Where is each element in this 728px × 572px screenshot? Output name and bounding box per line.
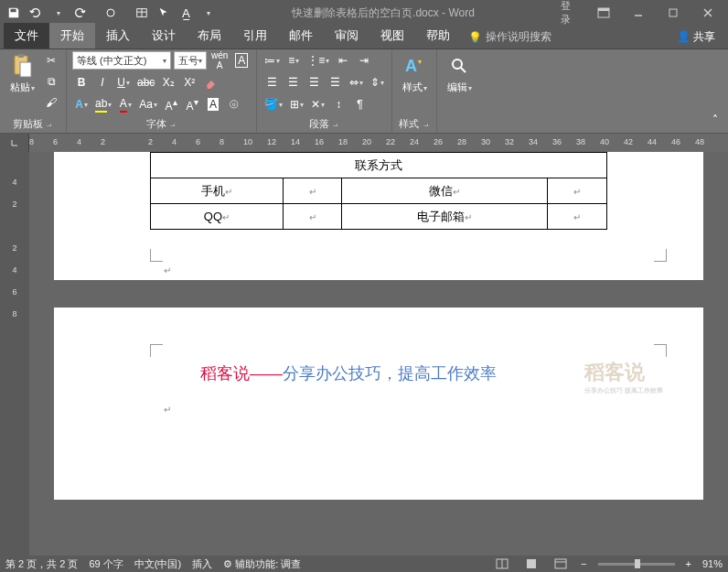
qat-circle-icon[interactable] xyxy=(101,3,121,23)
redo-button[interactable] xyxy=(70,3,90,23)
tab-help[interactable]: 帮助 xyxy=(415,23,461,49)
change-case-button[interactable]: Aa xyxy=(137,95,159,113)
table-cell[interactable] xyxy=(548,204,607,230)
zoom-out-button[interactable]: − xyxy=(581,558,586,569)
format-painter-button[interactable]: 🖌 xyxy=(42,93,60,112)
ruler-scale[interactable]: 8642246810121416182022242628303234363840… xyxy=(29,134,728,152)
tab-view[interactable]: 视图 xyxy=(369,23,415,49)
tab-home[interactable]: 开始 xyxy=(49,23,95,49)
decrease-indent-button[interactable]: ⇤ xyxy=(334,51,352,70)
enclosed-char-button[interactable]: A xyxy=(204,95,222,113)
login-button[interactable]: 登录 xyxy=(549,2,582,24)
tab-layout[interactable]: 布局 xyxy=(187,23,232,49)
table-cell[interactable]: 手机 xyxy=(151,178,284,204)
styles-launcher[interactable] xyxy=(421,120,430,129)
tab-insert[interactable]: 插入 xyxy=(95,23,141,49)
table-cell[interactable] xyxy=(548,178,607,204)
asian-layout-button[interactable]: ✕ xyxy=(308,95,327,113)
zoom-slider[interactable] xyxy=(598,563,675,566)
char-shading-button[interactable]: ⦾ xyxy=(225,95,243,113)
qat-select-icon[interactable] xyxy=(154,3,174,23)
text-effects-button[interactable]: A xyxy=(72,95,91,113)
save-button[interactable] xyxy=(4,3,24,23)
tab-design[interactable]: 设计 xyxy=(141,23,187,49)
paragraph-launcher[interactable] xyxy=(331,120,340,129)
font-size-box[interactable]: 五号▾ xyxy=(174,51,207,70)
align-center-button[interactable]: ☰ xyxy=(284,73,302,92)
table-cell[interactable] xyxy=(283,178,342,204)
clipboard-launcher[interactable] xyxy=(45,120,54,129)
borders-button[interactable]: ⊞ xyxy=(287,95,305,113)
char-border-button[interactable]: A xyxy=(232,51,251,70)
copy-button[interactable]: ⧉ xyxy=(42,72,60,91)
table-cell[interactable]: QQ xyxy=(151,204,284,230)
editing-button[interactable]: 编辑 xyxy=(443,51,476,96)
strikethrough-button[interactable]: abc xyxy=(135,73,156,92)
tell-me[interactable]: 💡 操作说明搜索 xyxy=(461,26,559,49)
tab-file[interactable]: 文件 xyxy=(4,23,49,49)
grow-font-button[interactable]: A▴ xyxy=(162,95,180,113)
phonetic-guide-button[interactable]: wénA xyxy=(209,51,230,70)
undo-dropdown[interactable] xyxy=(48,3,68,23)
vertical-ruler[interactable]: 422468 xyxy=(0,152,29,556)
justify-button[interactable]: ☰ xyxy=(326,73,344,92)
table-cell[interactable] xyxy=(283,204,342,230)
shading-button[interactable]: 🪣 xyxy=(262,95,284,113)
page-container[interactable]: 联系方式 手机 微信 QQ 电子邮箱 xyxy=(29,152,728,556)
maximize-button[interactable] xyxy=(657,2,690,24)
styles-button[interactable]: A 样式 xyxy=(398,51,431,96)
multilevel-button[interactable]: ⋮≡ xyxy=(305,51,331,70)
tab-selector[interactable] xyxy=(0,134,29,152)
tab-mailings[interactable]: 邮件 xyxy=(278,23,324,49)
align-right-button[interactable]: ☰ xyxy=(305,73,323,92)
cut-button[interactable]: ✂ xyxy=(42,51,60,70)
status-a11y[interactable]: ⚙ 辅助功能: 调查 xyxy=(223,557,301,571)
status-words[interactable]: 69 个字 xyxy=(89,557,123,571)
status-lang[interactable]: 中文(中国) xyxy=(134,557,181,571)
horizontal-ruler[interactable]: 8642246810121416182022242628303234363840… xyxy=(0,134,728,152)
superscript-button[interactable]: X² xyxy=(180,73,198,92)
zoom-thumb[interactable] xyxy=(635,559,640,568)
increase-indent-button[interactable]: ⇥ xyxy=(355,51,373,70)
underline-button[interactable]: U xyxy=(114,73,133,92)
share-button[interactable]: 👤 共享 xyxy=(668,26,724,49)
highlight-button[interactable]: ab xyxy=(93,95,113,113)
zoom-in-button[interactable]: + xyxy=(686,558,691,569)
subscript-button[interactable]: X₂ xyxy=(159,73,177,92)
clear-format-button[interactable] xyxy=(201,73,219,92)
table-cell[interactable]: 电子邮箱 xyxy=(342,204,548,230)
status-mode[interactable]: 插入 xyxy=(192,557,212,571)
qat-customize[interactable] xyxy=(198,3,218,23)
numbering-button[interactable]: ≡ xyxy=(284,51,303,70)
view-web-button[interactable] xyxy=(551,557,570,570)
bold-button[interactable]: B xyxy=(72,73,91,92)
minimize-button[interactable] xyxy=(622,2,655,24)
ribbon-options-button[interactable] xyxy=(587,2,620,24)
zoom-level[interactable]: 91% xyxy=(702,558,723,569)
font-name-box[interactable]: 等线 (中文正文)▾ xyxy=(72,51,171,70)
distribute-button[interactable]: ⇔ xyxy=(347,73,365,92)
undo-button[interactable] xyxy=(26,3,46,23)
line-spacing-button[interactable]: ⇕ xyxy=(368,73,386,92)
bullets-button[interactable]: ≔ xyxy=(262,51,282,70)
show-marks-button[interactable]: ¶ xyxy=(350,95,369,113)
table-cell[interactable]: 微信 xyxy=(342,178,548,204)
font-launcher[interactable] xyxy=(168,120,177,129)
paste-button[interactable]: 粘贴 xyxy=(5,51,38,96)
tab-review[interactable]: 审阅 xyxy=(324,23,369,49)
view-print-button[interactable] xyxy=(522,557,541,570)
sort-button[interactable]: ↕ xyxy=(329,95,348,113)
status-page[interactable]: 第 2 页，共 2 页 xyxy=(5,557,78,571)
table-header[interactable]: 联系方式 xyxy=(151,153,607,178)
align-left-button[interactable]: ☰ xyxy=(262,73,281,92)
tab-references[interactable]: 引用 xyxy=(232,23,278,49)
italic-button[interactable]: I xyxy=(93,73,112,92)
view-read-button[interactable] xyxy=(493,557,511,570)
qat-text-icon[interactable]: A̲ xyxy=(176,3,196,23)
contact-table[interactable]: 联系方式 手机 微信 QQ 电子邮箱 xyxy=(150,152,607,230)
shrink-font-button[interactable]: A▾ xyxy=(183,95,201,113)
collapse-ribbon-button[interactable]: ˄ xyxy=(706,111,724,129)
close-button[interactable] xyxy=(691,2,724,24)
font-color-button[interactable]: A xyxy=(116,95,134,113)
qat-table-icon[interactable] xyxy=(132,3,152,23)
